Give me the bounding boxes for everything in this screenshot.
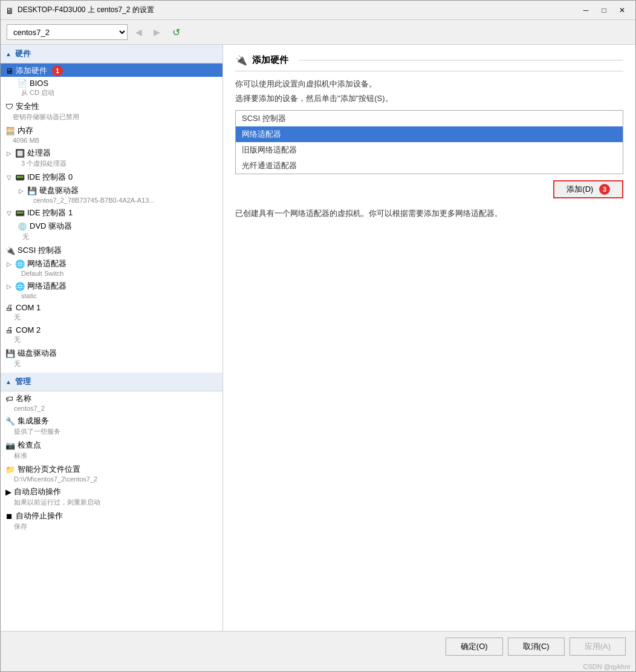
ok-button[interactable]: 确定(O) (446, 638, 503, 656)
harddisk-sub: centos7_2_78B73745-B7B0-4A2A-A13... (1, 197, 222, 206)
add-hardware-icon: 🖥 (5, 67, 13, 76)
forward-button[interactable]: ▶ (149, 25, 164, 39)
net2-row[interactable]: ▷ 🌐 网络适配器 (1, 279, 222, 292)
toolbar: centos7_2 ◀ ▶ ↺ (1, 20, 635, 45)
scsi-label: SCSI 控制器 (18, 245, 62, 256)
floppy-row[interactable]: 💾 磁盘驱动器 (1, 346, 222, 359)
autostop-icon: ⏹ (5, 512, 13, 521)
harddisk-item[interactable]: ▷ 💾 硬盘驱动器 centos7_2_78B73745-B7B0-4A2A-A… (1, 183, 222, 206)
scsi-item[interactable]: 🔌 SCSI 控制器 (1, 243, 222, 256)
com2-item[interactable]: 🖨 COM 2 无 (1, 324, 222, 346)
memory-row[interactable]: 🧮 内存 (1, 123, 222, 137)
memory-label: 内存 (18, 125, 33, 136)
memory-item[interactable]: 🧮 内存 4096 MB (1, 123, 222, 146)
main-content: ▲ 硬件 🖥 添加硬件 1 📄 BIOS 从 CD 启动 (1, 45, 635, 631)
panel-note: 已创建具有一个网络适配器的虚拟机。你可以根据需要添加更多网络适配器。 (235, 208, 623, 219)
ide0-item[interactable]: ▽ 📟 IDE 控制器 0 (1, 170, 222, 183)
autostart-sub: 如果以前运行过，则重新启动 (1, 498, 222, 509)
ide1-expand-icon: ▽ (5, 210, 13, 217)
com2-icon: 🖨 (5, 325, 13, 334)
vm-selector[interactable]: centos7_2 (7, 24, 128, 40)
apply-button[interactable]: 应用(A) (569, 638, 626, 656)
checkpoint-row[interactable]: 📷 检查点 (1, 438, 222, 451)
ide1-row[interactable]: ▽ 📟 IDE 控制器 1 (1, 206, 222, 219)
minimize-button[interactable]: ─ (577, 4, 594, 16)
autostart-item[interactable]: ▶ 自动启动操作 如果以前运行过，则重新启动 (1, 484, 222, 509)
cpu-item[interactable]: ▷ 🔲 处理器 3 个虚拟处理器 (1, 146, 222, 170)
com1-row[interactable]: 🖨 COM 1 (1, 301, 222, 313)
smart-row[interactable]: 📁 智能分页文件位置 (1, 462, 222, 475)
dvd-label: DVD 驱动器 (30, 221, 72, 232)
ide0-label: IDE 控制器 0 (27, 172, 73, 183)
net2-label: 网络适配器 (27, 281, 67, 292)
device-network[interactable]: 网络适配器 (236, 126, 623, 142)
ide0-expand-icon: ▽ (5, 174, 13, 181)
add-hardware-item[interactable]: 🖥 添加硬件 1 (1, 64, 222, 77)
harddisk-row[interactable]: ▷ 💾 硬盘驱动器 (1, 183, 222, 197)
integration-row[interactable]: 🔧 集成服务 (1, 414, 222, 427)
dvd-sub: 无 (1, 232, 222, 243)
com1-icon: 🖨 (5, 303, 13, 312)
integration-item[interactable]: 🔧 集成服务 提供了一些服务 (1, 414, 222, 438)
com1-item[interactable]: 🖨 COM 1 无 (1, 301, 222, 324)
name-row[interactable]: 🏷 名称 (1, 391, 222, 405)
harddisk-label: 硬盘驱动器 (39, 185, 79, 196)
ide0-row[interactable]: ▽ 📟 IDE 控制器 0 (1, 170, 222, 183)
ide1-icon: 📟 (15, 209, 25, 218)
management-section-header[interactable]: ▲ 管理 (1, 373, 222, 391)
management-chevron-icon: ▲ (5, 379, 11, 385)
add-hardware-row[interactable]: 🖥 添加硬件 1 (1, 64, 222, 77)
bios-row[interactable]: 📄 BIOS (1, 77, 222, 88)
scsi-row[interactable]: 🔌 SCSI 控制器 (1, 243, 222, 256)
title-controls: ─ □ ✕ (577, 4, 631, 16)
checkpoint-icon: 📷 (5, 441, 15, 450)
ide1-item[interactable]: ▽ 📟 IDE 控制器 1 (1, 206, 222, 219)
smart-sub: D:\VM\centos7_2\centos7_2 (1, 475, 222, 484)
cpu-row[interactable]: ▷ 🔲 处理器 (1, 146, 222, 159)
autostop-item[interactable]: ⏹ 自动停止操作 保存 (1, 509, 222, 533)
bottom-bar: 确定(O) 取消(C) 应用(A) (1, 631, 635, 662)
title-bar: 🖥 DESKTOP-F4D3U00 上 centos7_2 的设置 ─ □ ✕ (1, 1, 635, 20)
name-sub: centos7_2 (1, 405, 222, 414)
autostop-label: 自动停止操作 (16, 511, 63, 521)
cpu-label: 处理器 (27, 148, 51, 158)
security-item[interactable]: 🛡 安全性 密钥存储驱动器已禁用 (1, 99, 222, 123)
autostop-row[interactable]: ⏹ 自动停止操作 (1, 509, 222, 522)
hardware-section-header[interactable]: ▲ 硬件 (1, 45, 222, 64)
device-legacy-net[interactable]: 旧版网络适配器 (236, 142, 623, 158)
net1-sub: Default Switch (1, 270, 222, 279)
back-button[interactable]: ◀ (131, 25, 146, 39)
cpu-icon: 🔲 (15, 149, 25, 158)
bios-item[interactable]: 📄 BIOS 从 CD 启动 (1, 77, 222, 99)
device-scsi[interactable]: SCSI 控制器 (236, 111, 623, 126)
net1-item[interactable]: ▷ 🌐 网络适配器 Default Switch (1, 256, 222, 279)
security-row[interactable]: 🛡 安全性 (1, 99, 222, 113)
com2-row[interactable]: 🖨 COM 2 (1, 324, 222, 335)
net2-item[interactable]: ▷ 🌐 网络适配器 static (1, 279, 222, 301)
smart-item[interactable]: 📁 智能分页文件位置 D:\VM\centos7_2\centos7_2 (1, 462, 222, 484)
autostart-row[interactable]: ▶ 自动启动操作 (1, 484, 222, 498)
hardware-chevron-icon: ▲ (5, 51, 11, 57)
refresh-button[interactable]: ↺ (167, 24, 184, 41)
add-hardware-label: 添加硬件 (16, 65, 47, 76)
maximize-button[interactable]: □ (595, 4, 612, 16)
floppy-item[interactable]: 💾 磁盘驱动器 无 (1, 346, 222, 370)
device-fiber[interactable]: 光纤通道适配器 (236, 158, 623, 174)
dvd-row[interactable]: 💿 DVD 驱动器 (1, 219, 222, 232)
add-button-badge: 3 (599, 184, 610, 195)
net1-label: 网络适配器 (27, 258, 67, 269)
cancel-button[interactable]: 取消(C) (508, 638, 565, 656)
dvd-item[interactable]: 💿 DVD 驱动器 无 (1, 219, 222, 243)
net1-row[interactable]: ▷ 🌐 网络适配器 (1, 256, 222, 270)
smart-icon: 📁 (5, 465, 15, 474)
checkpoint-item[interactable]: 📷 检查点 标准 (1, 438, 222, 462)
main-window: 🖥 DESKTOP-F4D3U00 上 centos7_2 的设置 ─ □ ✕ … (0, 0, 636, 672)
autostop-sub: 保存 (1, 522, 222, 533)
name-icon: 🏷 (5, 394, 13, 403)
net2-icon: 🌐 (15, 282, 25, 291)
net1-icon: 🌐 (15, 259, 25, 269)
close-button[interactable]: ✕ (614, 4, 631, 16)
name-item[interactable]: 🏷 名称 centos7_2 (1, 391, 222, 414)
add-button[interactable]: 添加(D) 3 (553, 180, 623, 198)
panel-icon: 🔌 (235, 54, 247, 66)
